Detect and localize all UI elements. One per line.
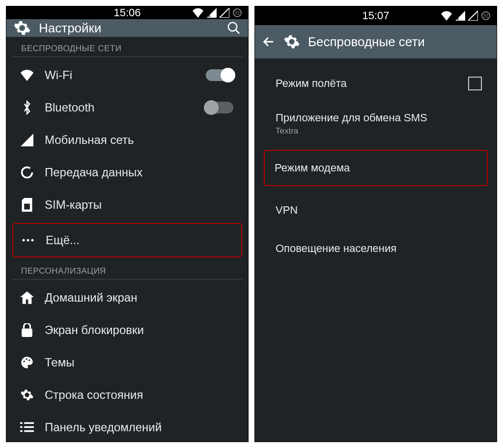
row-bluetooth[interactable]: Bluetooth [12, 91, 242, 124]
svg-point-12 [28, 360, 30, 362]
row-tethering[interactable]: Режим модема [264, 150, 488, 186]
row-notifications[interactable]: Панель уведомлений [12, 411, 242, 442]
row-more[interactable]: Ещё... [12, 223, 242, 257]
airplane-checkbox[interactable] [468, 77, 482, 90]
row-label: Экран блокировки [45, 323, 233, 337]
row-label: Передача данных [45, 166, 233, 179]
signal-icon: 1 [455, 11, 465, 21]
svg-rect-9 [22, 329, 32, 337]
row-vpn[interactable]: VPN [261, 188, 491, 232]
list-icon [18, 422, 36, 433]
svg-rect-5 [24, 204, 30, 210]
row-sim[interactable]: SIM-карты [12, 189, 242, 221]
row-themes[interactable]: Темы [12, 346, 242, 379]
svg-rect-13 [20, 422, 23, 424]
row-wifi[interactable]: Wi-Fi [12, 59, 242, 91]
row-label: Приложение для обмена SMS [276, 112, 427, 124]
row-label: Домашний экран [45, 291, 233, 305]
row-label: Wi-Fi [45, 68, 197, 82]
row-label: Оповещение населения [276, 242, 482, 255]
battery-icon: 31 [232, 8, 242, 18]
bluetooth-icon [18, 100, 36, 115]
wifi-icon [192, 8, 204, 18]
signal-2-icon [468, 11, 478, 21]
status-bar: 15:07 1 31 [255, 6, 497, 25]
svg-point-4 [22, 168, 32, 178]
row-mobile[interactable]: Мобильная сеть [12, 124, 242, 156]
row-label: Мобильная сеть [45, 133, 233, 147]
svg-text:31: 31 [483, 13, 489, 19]
row-lock[interactable]: Экран блокировки [12, 314, 242, 346]
svg-point-7 [27, 239, 29, 242]
row-label: Панель уведомлений [45, 420, 233, 434]
back-icon[interactable] [262, 35, 276, 49]
svg-rect-18 [24, 430, 34, 432]
app-bar: Настройки [6, 19, 248, 37]
section-personalization: ПЕРСОНАЛИЗАЦИЯ [12, 259, 242, 280]
svg-point-6 [23, 239, 25, 242]
phone-right: 15:07 1 31 [254, 6, 497, 442]
row-sublabel: Textra [276, 126, 427, 136]
data-usage-icon [18, 166, 36, 179]
page-title: Настройки [39, 21, 219, 36]
row-label: Строка состояния [45, 388, 233, 402]
row-label: SIM-карты [45, 198, 233, 212]
svg-rect-15 [20, 426, 23, 428]
search-icon[interactable] [226, 21, 241, 35]
lock-icon [18, 323, 36, 337]
row-label: Ещё... [46, 233, 232, 247]
svg-rect-16 [24, 426, 34, 428]
section-wireless: БЕСПРОВОДНЫЕ СЕТИ [12, 37, 242, 57]
svg-point-10 [23, 361, 25, 363]
home-icon [18, 291, 36, 304]
page-title: Беспроводные сети [308, 34, 490, 50]
row-sms-app[interactable]: Приложение для обмена SMS Textra [261, 100, 491, 148]
row-data[interactable]: Передача данных [12, 156, 242, 189]
row-label: Bluetooth [45, 101, 197, 114]
gear-icon [13, 19, 31, 37]
clock: 15:07 [362, 9, 389, 22]
svg-point-11 [26, 358, 28, 360]
row-label: Режим модема [275, 162, 477, 174]
row-alerts[interactable]: Оповещение населения [261, 232, 491, 265]
wifi-icon [18, 69, 36, 81]
svg-rect-14 [24, 422, 34, 424]
sim-icon [18, 198, 36, 212]
svg-text:31: 31 [234, 10, 240, 16]
svg-rect-17 [20, 430, 23, 432]
status-bar: 15:06 1 31 [6, 6, 248, 19]
signal-icon: 1 [207, 8, 217, 18]
phone-left: 15:06 1 31 Настройки [6, 6, 249, 442]
palette-icon [18, 356, 36, 369]
app-bar: Беспроводные сети [255, 25, 497, 58]
svg-point-2 [228, 23, 237, 31]
row-label: Темы [45, 356, 233, 369]
more-icon [19, 238, 37, 243]
signal-2-icon [220, 8, 229, 18]
row-label: Режим полёта [276, 77, 459, 90]
gear-icon [18, 388, 36, 402]
row-airplane[interactable]: Режим полёта [261, 67, 491, 100]
gear-icon [283, 33, 300, 50]
sim-number: 1 [208, 12, 211, 18]
bluetooth-toggle[interactable] [206, 102, 233, 113]
sim-number: 1 [456, 15, 459, 21]
row-home[interactable]: Домашний экран [12, 281, 242, 314]
svg-point-8 [31, 239, 34, 242]
clock: 15:06 [113, 6, 140, 19]
row-label: VPN [276, 204, 482, 217]
row-statusbar[interactable]: Строка состояния [12, 379, 242, 411]
battery-icon: 31 [481, 11, 491, 21]
signal-icon [18, 134, 36, 146]
svg-line-3 [236, 30, 240, 34]
wifi-icon [441, 11, 452, 21]
wifi-toggle[interactable] [206, 69, 233, 81]
